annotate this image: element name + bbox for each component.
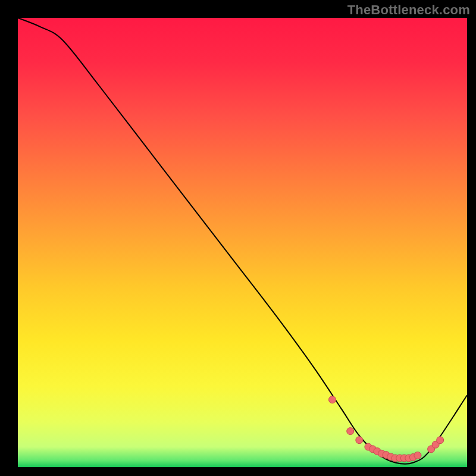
marker-point [329, 396, 336, 403]
marker-point [356, 437, 363, 444]
marker-point [437, 437, 444, 444]
plot-area [18, 18, 467, 467]
marker-point [414, 452, 421, 459]
bottleneck-chart [0, 0, 476, 476]
marker-point [347, 428, 354, 435]
chart-stage: TheBottleneck.com [0, 0, 476, 476]
